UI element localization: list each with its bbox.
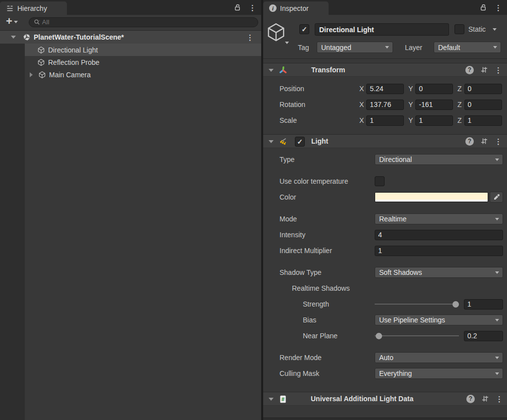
scale-x-field[interactable] xyxy=(366,115,404,126)
strength-slider[interactable] xyxy=(375,299,459,310)
foldout-open-icon[interactable] xyxy=(269,398,274,401)
bias-dropdown[interactable]: Use Pipeline Settings xyxy=(375,315,503,325)
light-icon xyxy=(279,137,287,148)
gameobject-cube-icon xyxy=(38,71,46,79)
hierarchy-list-icon xyxy=(6,4,14,12)
unlock-icon[interactable] xyxy=(479,3,487,11)
gameobject-name-field[interactable] xyxy=(315,23,449,36)
inspector-tabbar: i Inspector ⋮ xyxy=(263,0,507,15)
rotation-z-field[interactable] xyxy=(464,100,502,110)
hierarchy-item-main-camera[interactable]: Main Camera xyxy=(25,68,261,81)
render-mode-label: Render Mode xyxy=(263,354,375,362)
slider-handle[interactable] xyxy=(376,333,382,339)
near-plane-label: Near Plane xyxy=(263,332,375,340)
intensity-field[interactable] xyxy=(375,230,503,240)
tab-inspector[interactable]: i Inspector xyxy=(263,1,329,15)
gameobject-icon-caret[interactable] xyxy=(285,42,289,44)
search-input[interactable] xyxy=(42,18,254,26)
active-checkbox[interactable]: ✓ xyxy=(299,24,309,34)
scene-kebab-icon[interactable]: ⋮ xyxy=(246,34,254,41)
help-icon[interactable]: ? xyxy=(465,137,474,146)
kebab-menu-icon[interactable]: ⋮ xyxy=(496,395,503,403)
hierarchy-search[interactable] xyxy=(29,17,258,27)
rotation-x-field[interactable] xyxy=(366,100,404,110)
kebab-menu-icon[interactable]: ⋮ xyxy=(495,138,502,145)
near-plane-slider[interactable] xyxy=(375,330,459,341)
axis-z-label: Z xyxy=(457,116,462,124)
tab-hierarchy[interactable]: Hierarchy xyxy=(0,1,67,15)
hierarchy-visibility-gutter[interactable] xyxy=(0,44,25,420)
foldout-open-icon[interactable] xyxy=(269,69,274,72)
position-y-field[interactable] xyxy=(415,84,453,94)
kebab-menu-icon[interactable]: ⋮ xyxy=(495,4,502,11)
axis-z-label: Z xyxy=(457,85,462,93)
gameobject-header: ✓ Static Tag Untagged Layer Default xyxy=(263,15,507,59)
strength-row: Strength xyxy=(263,299,507,310)
type-dropdown[interactable]: Directional xyxy=(375,154,503,165)
help-icon[interactable]: ? xyxy=(465,66,474,74)
chevron-down-icon xyxy=(14,21,18,23)
position-x-field[interactable] xyxy=(366,84,404,94)
static-checkbox[interactable] xyxy=(454,24,464,34)
presets-icon[interactable] xyxy=(480,66,488,74)
scale-y-field[interactable] xyxy=(415,115,453,126)
axis-x-label: X xyxy=(359,116,364,124)
shadow-type-value: Soft Shadows xyxy=(379,268,422,276)
use-color-temperature-checkbox[interactable] xyxy=(375,176,385,186)
hierarchy-tree: PlanetWater-TutorialScene* ⋮ Directional… xyxy=(0,31,261,420)
presets-icon[interactable] xyxy=(481,395,489,403)
color-alpha-bar xyxy=(375,200,488,202)
near-plane-row: Near Plane xyxy=(263,330,507,341)
layer-dropdown[interactable]: Default xyxy=(434,42,501,53)
inspector-panel: i Inspector ⋮ ✓ Static xyxy=(263,0,507,420)
render-mode-dropdown[interactable]: Auto xyxy=(375,352,503,363)
realtime-shadows-label: Realtime Shadows xyxy=(263,284,375,292)
eyedropper-button[interactable] xyxy=(490,192,503,203)
scale-z-field[interactable] xyxy=(464,115,502,126)
rotation-y-field[interactable] xyxy=(415,100,453,110)
hierarchy-item-reflection-probe[interactable]: Reflection Probe xyxy=(25,56,261,68)
presets-icon[interactable] xyxy=(480,137,488,145)
light-enabled-checkbox[interactable]: ✓ xyxy=(295,137,305,147)
additional-light-data-body xyxy=(263,406,507,414)
render-mode-value: Auto xyxy=(379,354,394,362)
color-row: Color xyxy=(263,192,507,203)
expand-arrow-icon[interactable] xyxy=(27,72,35,77)
tag-dropdown[interactable]: Untagged xyxy=(317,42,393,53)
mode-dropdown[interactable]: Realtime xyxy=(375,213,503,224)
additional-light-data-header[interactable]: # Universal Additional Light Data ? ⋮ xyxy=(263,392,507,406)
light-header[interactable]: ✓ Light ? ⋮ xyxy=(263,134,507,148)
culling-mask-dropdown[interactable]: Everything xyxy=(375,368,503,379)
info-icon: i xyxy=(269,4,277,12)
bias-value: Use Pipeline Settings xyxy=(379,316,445,324)
unlock-icon[interactable] xyxy=(233,3,241,11)
transform-header[interactable]: Transform ? ⋮ xyxy=(263,63,507,77)
kebab-menu-icon[interactable]: ⋮ xyxy=(249,4,256,11)
position-z-field[interactable] xyxy=(464,84,502,94)
hierarchy-item-directional-light[interactable]: Directional Light xyxy=(25,44,261,56)
near-plane-field[interactable] xyxy=(464,331,503,341)
help-icon[interactable]: ? xyxy=(466,395,475,403)
bias-label: Bias xyxy=(263,316,375,324)
hierarchy-scene-row[interactable]: PlanetWater-TutorialScene* ⋮ xyxy=(0,31,261,44)
slider-handle[interactable] xyxy=(452,301,459,308)
shadow-type-label: Shadow Type xyxy=(263,268,375,276)
indirect-multiplier-field[interactable] xyxy=(375,246,503,256)
type-label: Type xyxy=(263,156,375,163)
tab-hierarchy-label: Hierarchy xyxy=(17,4,47,12)
light-body: Type Directional Use color temperature C… xyxy=(263,148,507,392)
scale-label: Scale xyxy=(280,116,359,124)
slider-track xyxy=(375,335,459,336)
strength-label: Strength xyxy=(263,300,375,308)
gameobject-icon[interactable] xyxy=(266,22,286,43)
dropdown-caret-icon xyxy=(495,271,499,274)
color-swatch[interactable] xyxy=(375,192,488,202)
strength-field[interactable] xyxy=(464,299,503,310)
add-gameobject-button[interactable]: + xyxy=(4,17,20,27)
position-label: Position xyxy=(280,85,359,93)
foldout-open-icon[interactable] xyxy=(11,36,16,39)
shadow-type-dropdown[interactable]: Soft Shadows xyxy=(375,267,503,278)
kebab-menu-icon[interactable]: ⋮ xyxy=(495,66,502,74)
static-caret-icon[interactable] xyxy=(493,28,497,31)
foldout-open-icon[interactable] xyxy=(269,140,274,143)
